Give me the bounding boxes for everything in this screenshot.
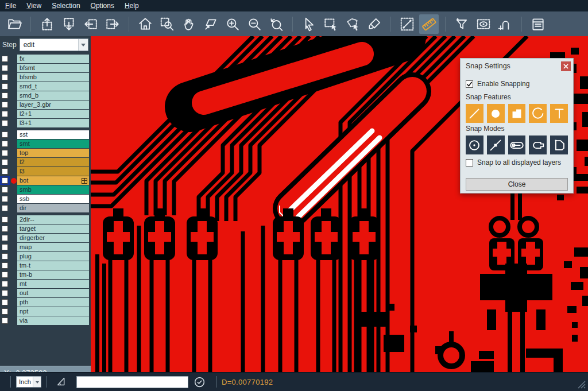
layer-visibility-checkbox[interactable] [0, 149, 10, 157]
layer-row-smb[interactable]: smb [0, 185, 91, 194]
close-button[interactable]: Close [466, 178, 568, 191]
grid-icon[interactable] [82, 178, 87, 184]
layer-row-bfsmt[interactable]: bfsmt [0, 64, 91, 72]
menu-item-help[interactable]: Help [119, 0, 144, 11]
menu-item-options[interactable]: Options [86, 0, 119, 11]
layer-name[interactable]: 2dir-- [17, 215, 89, 224]
layer-visibility-checkbox[interactable] [0, 224, 10, 233]
layer-row-bfsmb[interactable]: bfsmb [0, 73, 91, 82]
open-button[interactable] [5, 14, 24, 34]
report-button[interactable] [528, 14, 548, 34]
layer-name[interactable]: pth [17, 298, 89, 307]
layer-row-dir[interactable]: dir [0, 204, 91, 212]
layer-name[interactable]: out [17, 289, 89, 297]
layer-row-map[interactable]: map [0, 243, 91, 251]
measure-points-button[interactable] [397, 14, 417, 34]
layer-name[interactable]: bfsmt [17, 64, 89, 72]
layer-visibility-checkbox[interactable] [0, 82, 10, 91]
layer-visibility-checkbox[interactable] [0, 185, 10, 194]
layer-name[interactable]: top [17, 149, 89, 157]
layer-row-dirgerber[interactable]: dirgerber [0, 234, 91, 242]
layer-row-npt[interactable]: npt [0, 307, 91, 316]
filter-button[interactable] [452, 14, 471, 34]
layer-name[interactable]: tm-t [17, 261, 89, 270]
layer-visibility-checkbox[interactable] [0, 316, 10, 325]
chevron-down-icon[interactable] [78, 39, 88, 51]
snap-feature-text-button[interactable] [550, 104, 568, 123]
resize-grip[interactable] [578, 381, 586, 389]
measure-ruler-button[interactable] [419, 14, 439, 34]
select-polygon-button[interactable] [343, 14, 362, 34]
shift-left-button[interactable] [81, 14, 100, 34]
layer-name[interactable]: l3 [17, 167, 89, 176]
menu-item-view[interactable]: View [21, 0, 47, 11]
dialog-titlebar[interactable]: Snap Settings [461, 59, 573, 73]
dialog-close-button[interactable] [561, 61, 571, 71]
layer-visibility-checkbox[interactable] [0, 91, 10, 100]
layer-visibility-checkbox[interactable] [0, 100, 10, 109]
layer-row-bot[interactable]: bot [0, 176, 91, 185]
layer-name[interactable]: l2 [17, 158, 89, 167]
snap-feature-arc-button[interactable] [529, 104, 547, 123]
snap-mode-contour-button[interactable] [550, 136, 568, 154]
layer-visibility-checkbox[interactable] [0, 204, 10, 212]
layer-row-smd_b[interactable]: smd_b [0, 91, 91, 100]
layer-name[interactable]: mt [17, 280, 89, 288]
layer-visibility-checkbox[interactable] [0, 119, 10, 127]
export-bottom-button[interactable] [59, 14, 79, 34]
layer-visibility-checkbox[interactable] [0, 307, 10, 316]
layer-row-target[interactable]: target [0, 224, 91, 233]
snap-mode-slot-outline-button[interactable] [529, 136, 547, 154]
layer-visibility-checkbox[interactable] [0, 215, 10, 224]
layer-name[interactable]: smt [17, 140, 89, 148]
layer-name[interactable]: bot [17, 176, 89, 185]
layer-row-plug[interactable]: plug [0, 252, 91, 261]
snap-mode-midpoint-button[interactable] [487, 136, 505, 154]
snap-feature-surface-button[interactable] [508, 104, 526, 123]
chevron-down-icon[interactable] [33, 377, 41, 387]
layer-row-pth[interactable]: pth [0, 298, 91, 307]
layer-row-2dir--[interactable]: 2dir-- [0, 215, 91, 224]
layer-row-smt[interactable]: smt [0, 140, 91, 148]
layer-name[interactable]: map [17, 243, 89, 251]
layer-visibility-checkbox[interactable] [0, 261, 10, 270]
layer-name[interactable]: tm-b [17, 270, 89, 279]
menu-item-selection[interactable]: Selection [47, 0, 85, 11]
layer-row-tm-b[interactable]: tm-b [0, 270, 91, 279]
layer-visibility-checkbox[interactable] [0, 298, 10, 307]
zoom-area-button[interactable] [157, 14, 177, 34]
layer-visibility-checkbox[interactable] [0, 73, 10, 82]
layer-row-ssb[interactable]: ssb [0, 195, 91, 203]
layer-visibility-checkbox[interactable] [0, 234, 10, 242]
layer-name[interactable]: l2+1 [17, 110, 89, 118]
layer-row-fx[interactable]: fx [0, 55, 91, 63]
layer-visibility-checkbox[interactable] [0, 55, 10, 63]
layer-name[interactable]: smd_b [17, 91, 89, 100]
layer-name[interactable]: fx [17, 55, 89, 63]
apply-icon[interactable] [194, 376, 206, 388]
zoom-previous-button[interactable] [266, 14, 286, 34]
measure-input[interactable] [76, 376, 188, 388]
measure-net-button[interactable] [496, 14, 515, 34]
snap-all-layers-checkbox[interactable] [466, 159, 473, 167]
layer-row-top[interactable]: top [0, 149, 91, 157]
layer-name[interactable]: ssb [17, 195, 89, 203]
layer-name[interactable]: layer_3.gbr [17, 100, 89, 109]
snap-feature-pad-button[interactable] [487, 104, 505, 123]
snap-feature-line-button[interactable] [466, 104, 483, 123]
layer-row-sst[interactable]: sst [0, 130, 91, 139]
layer-name[interactable]: target [17, 224, 89, 233]
pan-button[interactable] [179, 14, 199, 34]
layer-visibility-checkbox[interactable] [0, 252, 10, 261]
layer-name[interactable]: npt [17, 307, 89, 316]
view-box-button[interactable] [474, 14, 493, 34]
layer-name[interactable]: dir [17, 204, 89, 212]
unit-select[interactable]: Inch [16, 376, 41, 388]
snap-mode-center-button[interactable] [466, 136, 483, 154]
layer-name[interactable]: smd_t [17, 82, 89, 91]
layer-visibility-checkbox[interactable] [0, 243, 10, 251]
layer-row-l3+1[interactable]: l3+1 [0, 119, 91, 127]
layer-visibility-checkbox[interactable] [0, 167, 10, 176]
layer-row-l2+1[interactable]: l2+1 [0, 110, 91, 118]
layer-visibility-checkbox[interactable] [0, 130, 10, 139]
